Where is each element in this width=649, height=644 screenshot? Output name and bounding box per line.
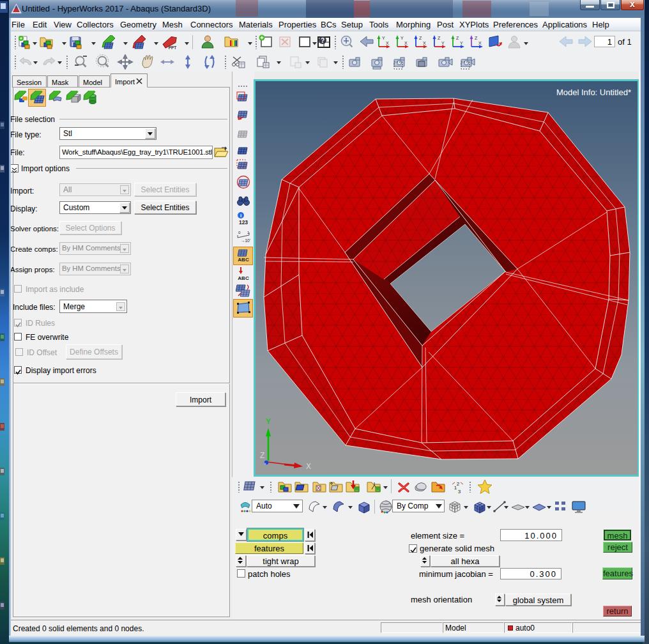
svg-text:Y: Y (441, 41, 445, 45)
svg-text:Y: Y (460, 41, 463, 45)
svg-text:Z: Z (475, 36, 478, 40)
svg-text:ABC: ABC (238, 257, 249, 263)
svg-text:Z: Z (260, 451, 264, 460)
svg-text:?: ? (321, 37, 324, 44)
svg-text:Y: Y (401, 36, 404, 40)
svg-text:Y: Y (266, 417, 271, 426)
svg-text:Model Info: Untitled*: Model Info: Untitled* (556, 88, 631, 97)
svg-text:Y: Y (382, 36, 385, 40)
svg-text:123: 123 (239, 219, 248, 226)
svg-text:ABC: ABC (238, 275, 249, 281)
svg-text:Z: Z (419, 36, 422, 40)
svg-text:2: 2 (457, 481, 460, 487)
svg-text:X: X (423, 41, 426, 45)
svg-text:Z: Z (438, 36, 441, 40)
svg-text:3: 3 (458, 489, 461, 494)
svg-text:X: X (306, 462, 311, 471)
svg-text:X: X (386, 41, 389, 45)
svg-text:PPT: PPT (169, 45, 177, 50)
svg-text:Z: Z (456, 36, 459, 40)
svg-text:→10': →10' (241, 238, 250, 243)
svg-text:X: X (478, 41, 482, 45)
svg-text:X: X (404, 41, 408, 45)
svg-text:i: i (240, 213, 241, 218)
svg-text:0: 0 (238, 231, 241, 234)
svg-text:1: 1 (454, 485, 457, 491)
